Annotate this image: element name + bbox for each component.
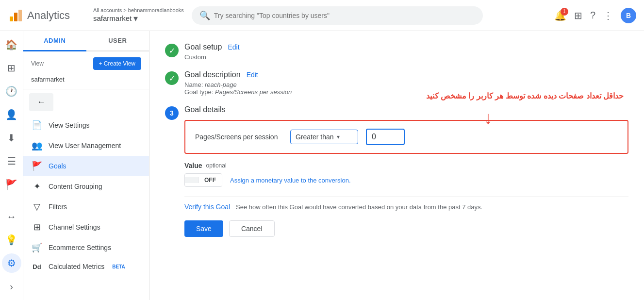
step1-sub: Custom xyxy=(184,53,628,61)
verify-description: See how often this Goal would have conve… xyxy=(236,203,482,211)
logo-area: Analytics xyxy=(8,8,85,23)
left-nav: 🏠 ⊞ 🕐 👤 ⬇ ☰ 🚩 ↔ 💡 ⚙ › xyxy=(0,31,23,300)
view-name: safarmarket xyxy=(23,74,149,89)
nav-admin-icon[interactable]: ⚙ xyxy=(2,253,21,273)
step3-header: Goal details xyxy=(184,105,628,114)
value-toggle[interactable]: OFF xyxy=(184,173,222,187)
goals-icon: 🚩 xyxy=(31,161,43,171)
sidebar-item-label-filters: Filters xyxy=(49,203,67,211)
sidebar: ADMIN USER View + Create View safarmarke… xyxy=(23,31,149,300)
step2-title: Goal description xyxy=(184,70,241,79)
sidebar-item-label-calculated-metrics: Calculated Metrics xyxy=(49,263,104,270)
nav-dashboard-icon[interactable]: ⊞ xyxy=(2,58,21,78)
account-dropdown-arrow[interactable]: ▾ xyxy=(133,13,138,24)
nav-reports-icon[interactable]: 🕐 xyxy=(2,82,21,101)
step1-title: Goal setup xyxy=(184,43,222,51)
step-goal-details: 3 Goal details حداقل تعداد صفحات دیده شد… xyxy=(165,105,628,237)
create-view-button[interactable]: + Create View xyxy=(93,57,142,70)
value-section: Value optional OFF Assign a monetary val… xyxy=(184,162,628,187)
sidebar-item-calculated-metrics[interactable]: Dd Calculated Metrics BETA xyxy=(23,258,149,275)
step1-header: Goal setup Edit xyxy=(184,43,628,51)
svg-rect-1 xyxy=(14,13,17,21)
account-name-area[interactable]: safarmarket ▾ xyxy=(93,13,184,24)
verify-section: Verify this Goal See how often this Goal… xyxy=(184,197,628,211)
sidebar-item-label-view-user-mgmt: View User Management xyxy=(49,142,121,150)
sidebar-item-channel-settings[interactable]: ⊞ Channel Settings xyxy=(23,217,149,237)
back-button[interactable]: ← xyxy=(29,93,53,111)
dropdown-selected-label: Greater than xyxy=(296,133,334,141)
nav-explore-icon[interactable]: 💡 xyxy=(2,230,21,250)
svg-rect-0 xyxy=(10,17,13,21)
notification-badge: 1 xyxy=(561,8,568,16)
step3-number: 3 xyxy=(165,106,179,120)
step3-content: Goal details حداقل تعداد صفحات دیده شده … xyxy=(184,105,628,237)
step2-sub1: Name: reach-page xyxy=(184,81,628,88)
sidebar-item-filters[interactable]: ▽ Filters xyxy=(23,197,149,217)
header-actions: 🔔 1 ⊞ ? ⋮ B xyxy=(554,8,636,23)
analytics-logo-icon xyxy=(8,8,23,23)
greater-than-dropdown[interactable]: Greater than ▾ xyxy=(290,130,358,144)
main-content: ✓ Goal setup Edit Custom ✓ Goal descript… xyxy=(149,31,644,300)
admin-area: ADMIN USER View + Create View safarmarke… xyxy=(23,31,644,300)
account-info: All accounts > behnammoradianbooks safar… xyxy=(93,7,184,24)
step3-title: Goal details xyxy=(184,105,226,114)
help-button[interactable]: ? xyxy=(590,10,595,21)
nav-home-icon[interactable]: 🏠 xyxy=(2,35,21,54)
annotation-text: حداقل تعداد صفحات دیده شده توسط هر کاربر… xyxy=(426,91,624,100)
sidebar-view-row: View + Create View xyxy=(23,51,149,74)
step1-content: Goal setup Edit Custom xyxy=(184,43,628,61)
save-button[interactable]: Save xyxy=(184,220,223,237)
tab-admin[interactable]: ADMIN xyxy=(23,31,86,51)
nav-expand-icon[interactable]: › xyxy=(2,277,21,296)
app-title: Analytics xyxy=(27,9,70,22)
step2-goal-type: Pages/Screens per session xyxy=(215,88,292,96)
back-arrow-icon: ← xyxy=(37,97,46,107)
search-icon: 🔍 xyxy=(199,10,210,21)
view-settings-icon: 📄 xyxy=(31,120,43,131)
step1-check-icon: ✓ xyxy=(165,44,179,57)
step2-header: Goal description Edit xyxy=(184,70,628,79)
toggle-off-side xyxy=(185,177,198,183)
nav-acquisition-icon[interactable]: ⬇ xyxy=(2,128,21,148)
sidebar-tabs: ADMIN USER xyxy=(23,31,149,51)
content-grouping-icon: ✦ xyxy=(31,181,43,192)
sidebar-item-view-settings[interactable]: 📄 View Settings xyxy=(23,115,149,135)
notifications-button[interactable]: 🔔 1 xyxy=(554,10,566,21)
ecommerce-settings-icon: 🛒 xyxy=(31,242,43,253)
svg-rect-2 xyxy=(18,10,22,21)
nav-link-icon[interactable]: ↔ xyxy=(2,207,21,226)
search-bar[interactable]: 🔍 xyxy=(192,6,483,25)
sidebar-item-label-content-grouping: Content Grouping xyxy=(49,183,102,190)
sidebar-item-label-goals: Goals xyxy=(49,162,66,170)
goal-field-label: Pages/Screens per session xyxy=(195,133,282,141)
cancel-button[interactable]: Cancel xyxy=(229,220,275,237)
apps-grid-button[interactable]: ⊞ xyxy=(574,10,582,21)
sidebar-item-content-grouping[interactable]: ✦ Content Grouping xyxy=(23,176,149,197)
view-user-mgmt-icon: 👥 xyxy=(31,140,43,151)
account-path: All accounts > behnammoradianbooks xyxy=(93,7,184,13)
annotation-arrow-icon: ↓ xyxy=(484,109,493,127)
value-title: Value xyxy=(184,162,202,169)
tab-user[interactable]: USER xyxy=(86,31,149,50)
search-input[interactable] xyxy=(214,12,475,19)
goal-value-input[interactable] xyxy=(366,129,405,145)
sidebar-item-label-view-settings: View Settings xyxy=(49,121,90,129)
nav-audience-icon[interactable]: 👤 xyxy=(2,105,21,124)
sidebar-item-label-channel-settings: Channel Settings xyxy=(49,223,100,231)
account-name-text: safarmarket xyxy=(93,14,132,22)
sidebar-item-ecommerce-settings[interactable]: 🛒 Ecommerce Settings xyxy=(23,237,149,258)
sidebar-item-goals[interactable]: 🚩 Goals xyxy=(23,156,149,176)
verify-goal-link[interactable]: Verify this Goal xyxy=(184,203,230,211)
step-goal-setup: ✓ Goal setup Edit Custom xyxy=(165,43,628,61)
step1-edit-link[interactable]: Edit xyxy=(228,43,239,51)
nav-conversions-icon[interactable]: 🚩 xyxy=(2,175,21,194)
more-options-button[interactable]: ⋮ xyxy=(603,10,613,21)
action-buttons: Save Cancel xyxy=(184,220,628,237)
dropdown-caret-icon: ▾ xyxy=(337,133,340,140)
nav-behavior-icon[interactable]: ☰ xyxy=(2,151,21,171)
calculated-metrics-icon: Dd xyxy=(31,263,43,270)
step2-edit-link[interactable]: Edit xyxy=(247,71,258,79)
beta-badge: BETA xyxy=(112,264,125,269)
sidebar-item-view-user-mgmt[interactable]: 👥 View User Management xyxy=(23,135,149,156)
avatar[interactable]: B xyxy=(621,8,636,23)
